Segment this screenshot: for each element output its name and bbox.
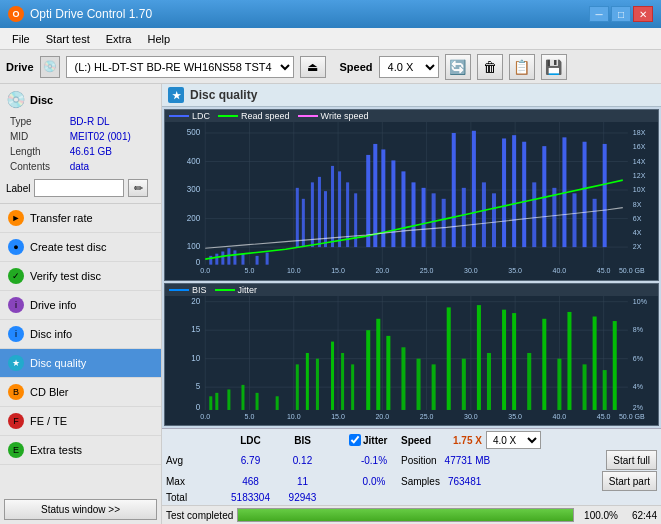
menu-start-test[interactable]: Start test (38, 31, 98, 47)
disc-contents-row: Contents data (8, 160, 153, 173)
svg-rect-80 (572, 193, 576, 247)
svg-rect-138 (447, 307, 451, 410)
svg-text:300: 300 (187, 184, 201, 194)
svg-text:4X: 4X (633, 228, 642, 237)
app-icon: O (8, 6, 24, 22)
progress-area: Test completed 100.0% 62:44 (162, 505, 661, 524)
nav-transfer-rate-label: Transfer rate (30, 212, 93, 224)
svg-rect-62 (391, 160, 395, 247)
drive-select[interactable]: (L:) HL-DT-ST BD-RE WH16NS58 TST4 (66, 56, 294, 78)
svg-rect-131 (351, 364, 354, 410)
jitter-checkbox[interactable] (349, 434, 361, 446)
read-speed-color (218, 115, 238, 117)
nav-verify-test-disc[interactable]: ✓ Verify test disc (0, 262, 161, 291)
disc-type-label: Type (8, 115, 66, 128)
legend-ldc: LDC (169, 111, 210, 121)
samples-value: 763481 (448, 476, 481, 487)
stats-area: LDC BIS Jitter Speed 1.75 X 4.0 X Avg (162, 428, 661, 505)
menu-bar: File Start test Extra Help (0, 28, 661, 50)
svg-text:0.0: 0.0 (200, 411, 210, 421)
speed-select[interactable]: 4.0 X (379, 56, 439, 78)
nav-disc-quality-label: Disc quality (30, 357, 86, 369)
disc-mid-label: MID (8, 130, 66, 143)
svg-text:10.0: 10.0 (287, 266, 301, 275)
disc-label-input[interactable] (34, 179, 124, 197)
menu-file[interactable]: File (4, 31, 38, 47)
samples-wrap: Samples 763481 Start part (401, 471, 657, 491)
minimize-button[interactable]: ─ (589, 6, 609, 22)
nav-transfer-rate[interactable]: ► Transfer rate (0, 204, 161, 233)
disc-label-text: Label (6, 183, 30, 194)
disc-contents-value: data (68, 160, 153, 173)
svg-rect-50 (296, 188, 299, 247)
svg-rect-59 (366, 155, 370, 247)
save-button[interactable]: 💾 (541, 54, 567, 80)
maximize-button[interactable]: □ (611, 6, 631, 22)
nav-disc-info[interactable]: i Disc info (0, 320, 161, 349)
top-chart: LDC Read speed Write speed (164, 109, 659, 281)
disc-mid-value: MEIT02 (001) (68, 130, 153, 143)
nav-extra-tests[interactable]: E Extra tests (0, 436, 161, 465)
max-jitter: 0.0% (349, 476, 399, 487)
copy-button[interactable]: 📋 (509, 54, 535, 80)
svg-rect-149 (593, 316, 597, 409)
top-chart-legend: LDC Read speed Write speed (165, 110, 658, 122)
erase-button[interactable]: 🗑 (477, 54, 503, 80)
svg-text:200: 200 (187, 212, 201, 222)
svg-text:5.0: 5.0 (245, 411, 255, 421)
refresh-button[interactable]: 🔄 (445, 54, 471, 80)
status-window-button[interactable]: Status window >> (4, 499, 157, 520)
nav-fe-te-label: FE / TE (30, 415, 67, 427)
disc-quality-icon: ★ (8, 355, 24, 371)
svg-text:50.0 GB: 50.0 GB (619, 266, 645, 275)
svg-text:2%: 2% (633, 402, 643, 412)
disc-type-value: BD-R DL (68, 115, 153, 128)
status-text: Test completed (166, 510, 233, 521)
menu-extra[interactable]: Extra (98, 31, 140, 47)
close-button[interactable]: ✕ (633, 6, 653, 22)
nav-items: ► Transfer rate ● Create test disc ✓ Ver… (0, 204, 161, 495)
svg-text:10.0: 10.0 (287, 411, 301, 421)
write-speed-label: Write speed (321, 111, 369, 121)
nav-create-test-disc[interactable]: ● Create test disc (0, 233, 161, 262)
drive-label: Drive (6, 61, 34, 73)
nav-disc-quality[interactable]: ★ Disc quality (0, 349, 161, 378)
start-full-button[interactable]: Start full (606, 450, 657, 470)
speed-label: Speed (340, 61, 373, 73)
avg-label: Avg (166, 455, 221, 466)
avg-row: Avg 6.79 0.12 -0.1% Position 47731 MB St… (166, 450, 657, 470)
svg-rect-72 (492, 193, 496, 247)
content-area: ★ Disc quality LDC Read speed (162, 84, 661, 524)
position-label: Position (401, 455, 437, 466)
svg-rect-70 (472, 131, 476, 247)
svg-text:35.0: 35.0 (508, 411, 522, 421)
svg-rect-133 (376, 318, 380, 409)
svg-text:20.0: 20.0 (375, 266, 389, 275)
disc-label-edit-button[interactable]: ✏ (128, 179, 148, 197)
svg-rect-65 (422, 188, 426, 247)
nav-cd-bler-label: CD Bler (30, 386, 69, 398)
svg-rect-141 (487, 353, 491, 410)
speed-val-wrap: 1.75 X 4.0 X (453, 431, 657, 449)
nav-drive-info[interactable]: i Drive info (0, 291, 161, 320)
menu-help[interactable]: Help (139, 31, 178, 47)
svg-rect-49 (266, 253, 269, 265)
svg-rect-147 (567, 312, 571, 410)
position-value: 47731 MB (445, 455, 491, 466)
disc-icon: 💿 (6, 90, 26, 109)
max-row: Max 468 11 0.0% Samples 763481 Start par… (166, 471, 657, 491)
progress-bar-background (237, 508, 574, 522)
window-controls: ─ □ ✕ (589, 6, 653, 22)
avg-bis: 0.12 (280, 455, 325, 466)
svg-text:2X: 2X (633, 242, 642, 251)
jitter-label: Jitter (238, 285, 258, 295)
svg-rect-150 (603, 370, 607, 410)
nav-fe-te[interactable]: F FE / TE (0, 407, 161, 436)
speed-select-stats[interactable]: 4.0 X (486, 431, 541, 449)
total-ldc: 5183304 (223, 492, 278, 503)
svg-rect-56 (338, 171, 341, 247)
eject-button[interactable]: ⏏ (300, 56, 326, 78)
write-speed-color (298, 115, 318, 117)
start-part-button[interactable]: Start part (602, 471, 657, 491)
nav-cd-bler[interactable]: B CD Bler (0, 378, 161, 407)
